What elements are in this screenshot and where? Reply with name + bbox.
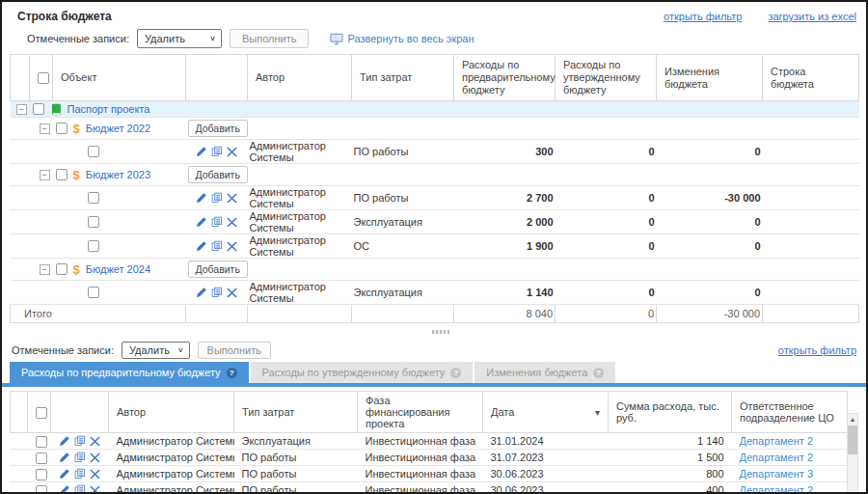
budget-2024-link[interactable]: Бюджет 2024: [86, 263, 150, 275]
copy-icon[interactable]: [74, 468, 86, 480]
project-passport-link[interactable]: Паспорт проекта: [68, 103, 150, 115]
help-icon[interactable]: ?: [227, 368, 237, 378]
row-checkbox[interactable]: [88, 146, 99, 157]
edit-icon[interactable]: [196, 192, 207, 204]
copy-icon[interactable]: [211, 287, 223, 298]
copy-icon[interactable]: [74, 452, 86, 463]
department-link[interactable]: Департамент 2: [740, 452, 814, 463]
delete-icon[interactable]: [90, 453, 100, 463]
row-checkbox[interactable]: [56, 169, 68, 180]
copy-icon[interactable]: [74, 435, 86, 447]
col-author[interactable]: Автор: [109, 392, 234, 433]
col-prelim-budget[interactable]: Расходы по предварительному бюджету: [454, 55, 556, 101]
load-from-excel-link[interactable]: загрузить из excel: [768, 11, 856, 22]
budget-group-row: − $ Бюджет 2023 Добавить: [11, 164, 859, 186]
delete-icon[interactable]: [227, 193, 237, 204]
table-row: Администратор Системы ПО работы 2 700 0 …: [11, 186, 859, 210]
fullscreen-link[interactable]: Развернуть во весь экран: [330, 33, 474, 45]
edit-icon[interactable]: [59, 435, 70, 447]
collapse-icon[interactable]: −: [40, 264, 50, 275]
scroll-up-icon[interactable]: ▲: [850, 414, 856, 425]
author-cell: Администратор Системы: [248, 186, 352, 210]
edit-icon[interactable]: [196, 216, 207, 228]
copy-icon[interactable]: [211, 216, 223, 228]
author-cell: Администратор Системы: [109, 466, 234, 482]
date-cell: 30.06.2023: [483, 466, 609, 482]
delete-icon[interactable]: [227, 241, 237, 252]
budget-2023-link[interactable]: Бюджет 2023: [86, 169, 150, 180]
row-checkbox[interactable]: [36, 469, 47, 480]
edit-icon[interactable]: [196, 287, 207, 298]
col-department[interactable]: Ответственное подразделение ЦО: [732, 392, 848, 433]
delete-icon[interactable]: [90, 469, 100, 480]
execute-button[interactable]: Выполнить: [198, 342, 271, 359]
row-checkbox[interactable]: [88, 240, 99, 252]
vertical-scrollbar[interactable]: ▲ ▼: [847, 413, 858, 494]
row-checkbox[interactable]: [88, 192, 99, 204]
department-link[interactable]: Департамент 2: [740, 435, 814, 447]
edit-icon[interactable]: [59, 484, 70, 494]
select-all-checkbox[interactable]: [38, 72, 49, 84]
help-icon[interactable]: ?: [450, 368, 461, 378]
table-row: Администратор Системы ПО работы Инвестиц…: [11, 466, 848, 482]
col-cost-type[interactable]: Тип затрат: [234, 392, 358, 433]
budget-group-row: − $ Бюджет 2024 Добавить: [11, 259, 859, 281]
open-filter-link[interactable]: открыть фильтр: [664, 11, 742, 22]
add-button[interactable]: Добавить: [188, 120, 248, 137]
row-checkbox[interactable]: [88, 287, 99, 298]
col-date[interactable]: Дата ▾: [483, 392, 609, 433]
delete-icon[interactable]: [227, 147, 237, 157]
help-icon[interactable]: ?: [593, 368, 604, 378]
copy-icon[interactable]: [211, 146, 223, 157]
row-checkbox[interactable]: [36, 485, 47, 494]
marked-records-toolbar-bottom: Отмеченные записи: Удалить ∨ Выполнить о…: [2, 339, 866, 362]
execute-button[interactable]: Выполнить: [230, 29, 309, 48]
col-budget-changes[interactable]: Изменения бюджета: [657, 55, 763, 101]
row-checkbox[interactable]: [88, 216, 99, 228]
col-approved-budget[interactable]: Расходы по утвержденному бюджету: [556, 55, 657, 101]
delete-icon[interactable]: [90, 485, 100, 494]
cost-type-cell: ПО работы: [234, 450, 358, 466]
tab-budget-changes[interactable]: Изменения бюджета ?: [475, 362, 615, 383]
marked-action-select[interactable]: Удалить ∨: [122, 342, 190, 359]
col-cost-type[interactable]: Тип затрат: [352, 55, 454, 101]
col-phase[interactable]: Фаза финансирования проекта: [358, 392, 483, 433]
tab-prelim-budget[interactable]: Расходы по предварительному бюджету ?: [10, 362, 249, 383]
edit-icon[interactable]: [59, 452, 70, 463]
copy-icon[interactable]: [74, 484, 86, 494]
budget-2022-link[interactable]: Бюджет 2022: [86, 123, 150, 134]
department-link[interactable]: Департамент 2: [740, 484, 814, 494]
delete-icon[interactable]: [227, 288, 237, 298]
select-all-checkbox[interactable]: [36, 407, 47, 419]
copy-icon[interactable]: [211, 240, 223, 252]
collapse-icon[interactable]: −: [40, 124, 50, 134]
edit-icon[interactable]: [196, 146, 207, 157]
delete-icon[interactable]: [90, 436, 100, 447]
col-author[interactable]: Автор: [248, 55, 352, 101]
tab-approved-budget[interactable]: Расходы по утвержденному бюджету ?: [251, 362, 474, 383]
department-link[interactable]: Департамент 3: [740, 468, 814, 480]
marked-action-select[interactable]: Удалить ∨: [137, 29, 222, 48]
col-budget-line[interactable]: Строка бюджета: [763, 55, 859, 101]
col-object[interactable]: Объект: [53, 55, 186, 101]
add-button[interactable]: Добавить: [188, 261, 248, 278]
open-filter-link[interactable]: открыть фильтр: [778, 344, 856, 356]
col-amount[interactable]: Сумма расхода, тыс. руб.: [609, 392, 732, 433]
edit-icon[interactable]: [196, 240, 207, 252]
copy-icon[interactable]: [211, 192, 223, 204]
row-checkbox[interactable]: [56, 123, 68, 134]
add-button[interactable]: Добавить: [188, 166, 248, 183]
collapse-icon[interactable]: −: [40, 170, 50, 180]
row-checkbox[interactable]: [56, 263, 68, 275]
collapse-icon[interactable]: −: [16, 104, 27, 115]
row-checkbox[interactable]: [36, 453, 47, 464]
amount-cell: 1 500: [609, 450, 732, 466]
row-checkbox[interactable]: [36, 436, 47, 448]
row-checkbox[interactable]: [33, 103, 44, 115]
scrollbar-thumb[interactable]: [848, 425, 857, 454]
splitter-handle-icon[interactable]: [432, 330, 449, 334]
table-row: Администратор Системы ОС 1 900 0 0: [11, 234, 859, 259]
edit-icon[interactable]: [59, 468, 70, 480]
delete-icon[interactable]: [227, 217, 237, 228]
sort-desc-icon[interactable]: ▾: [595, 407, 600, 418]
